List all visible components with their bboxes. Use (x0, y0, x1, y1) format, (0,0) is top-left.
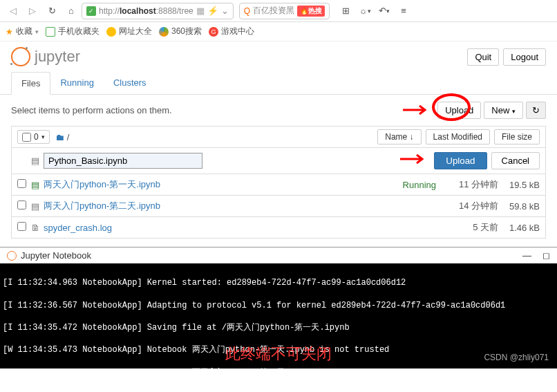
terminal-output: [I 11:32:34.963 NotebookApp] Kernel star… (0, 263, 557, 368)
search-box[interactable]: Q 百亿投资黑 🔥热搜 (239, 3, 330, 19)
annotation-arrow-2 (400, 153, 428, 165)
bookmarks-bar: ★收藏 ▾ 手机收藏夹 网址大全 360搜索 G游戏中心 (0, 22, 557, 41)
favorites-button[interactable]: ★收藏 ▾ (6, 26, 39, 37)
tab-clusters[interactable]: Clusters (104, 72, 156, 94)
file-modified: 11 分钟前 (443, 178, 498, 191)
dropdown-icon[interactable]: ⌄ (221, 6, 229, 16)
terminal-line: [I 11:32:34.963 NotebookApp] Kernel star… (3, 277, 554, 288)
jupyter-header: jupyter Quit Logout (0, 41, 557, 72)
terminal-warning: 此终端不可关闭 (225, 344, 332, 364)
file-checkbox[interactable] (17, 179, 26, 188)
tab-running[interactable]: Running (50, 72, 103, 94)
jupyter-tabs: Files Running Clusters (0, 72, 557, 95)
file-modified: 14 分钟前 (443, 200, 498, 212)
logout-button[interactable]: Logout (503, 48, 546, 66)
back-button[interactable]: ◁ (4, 3, 22, 19)
undo-icon[interactable]: ↶ ▾ (375, 3, 393, 19)
file-status: Running (403, 180, 436, 190)
watermark: CSDN @zhliy071 (484, 352, 549, 363)
file-row: ▤ 两天入门python-第一天.ipynb Running 11 分钟前 19… (11, 174, 546, 196)
notebook-icon: ▤ (31, 201, 44, 212)
search-icon: Q (244, 6, 250, 16)
browser-toolbar: ◁ ▷ ↻ ⌂ ✓ http://localhost:8888/tree ▦ ⚡… (0, 0, 557, 22)
terminal-title: Jupyter Notebook (21, 250, 91, 261)
reload-button[interactable]: ↻ (43, 3, 61, 19)
new-button[interactable]: New ▾ (484, 102, 523, 119)
brightness-icon[interactable]: ☼ ▾ (356, 3, 374, 19)
file-modified: 5 天前 (443, 221, 498, 234)
upload-button[interactable]: Upload (437, 102, 481, 119)
file-link[interactable]: spyder_crash.log (44, 223, 112, 233)
game-center[interactable]: G游戏中心 (209, 26, 254, 37)
minimize-button[interactable]: — (522, 250, 531, 261)
maximize-button[interactable]: ◻ (542, 250, 550, 261)
select-count: 0 (34, 132, 39, 142)
folder-icon[interactable]: 🖿 (55, 132, 64, 142)
apps-icon[interactable]: ⊞ (337, 3, 355, 19)
tab-files[interactable]: Files (11, 72, 50, 95)
forward-button[interactable]: ▷ (23, 3, 41, 19)
jupyter-orb-icon (7, 251, 17, 261)
list-header: 0 ▾ 🖿 / Name ↓ Last Modified File size (11, 126, 546, 148)
sort-modified[interactable]: Last Modified (426, 129, 490, 144)
upload-row: ▤ Upload Cancel (11, 148, 546, 174)
file-checkbox[interactable] (17, 200, 26, 209)
jupyter-logo-text: jupyter (35, 48, 80, 66)
terminal-line: [I 11:32:36.567 NotebookApp] Adapting to… (3, 300, 554, 311)
select-all-checkbox[interactable] (22, 133, 31, 142)
toolbar-hint: Select items to perform actions on them. (11, 105, 172, 115)
jupyter-logo[interactable]: jupyter (11, 47, 80, 66)
terminal-line: [I 11:34:35.472 NotebookApp] Saving file… (3, 322, 554, 333)
sort-arrow-icon: ↓ (410, 132, 414, 142)
file-row: 🗎 spyder_crash.log 5 天前 1.46 kB (11, 217, 546, 239)
home-button[interactable]: ⌂ (62, 3, 80, 19)
terminal-titlebar: Jupyter Notebook — ◻ (0, 247, 557, 263)
upload-filename-input[interactable] (44, 153, 202, 169)
jupyter-orb-icon (11, 47, 30, 66)
search-placeholder: 百亿投资黑 (253, 5, 294, 17)
url-text: http://localhost:8888/tree (99, 6, 193, 16)
breadcrumb[interactable]: / (67, 132, 70, 142)
file-link[interactable]: 两天入门python-第二天.ipynb (44, 200, 160, 212)
file-size: 59.8 kB (498, 201, 540, 212)
terminal-line: [W 11:35:44.947 NotebookApp] Notebook 两天… (3, 367, 554, 368)
hot-badge: 🔥热搜 (297, 6, 325, 17)
file-toolbar: Select items to perform actions on them.… (0, 95, 557, 126)
qr-icon[interactable]: ▦ (196, 6, 205, 16)
annotation-arrow-1 (403, 104, 431, 115)
site-directory[interactable]: 网址大全 (106, 26, 152, 37)
sort-name[interactable]: Name ↓ (377, 129, 421, 144)
bolt-icon[interactable]: ⚡ (207, 6, 218, 16)
search-360[interactable]: 360搜索 (159, 26, 202, 37)
file-link[interactable]: 两天入门python-第一天.ipynb (44, 178, 160, 191)
refresh-button[interactable]: ↻ (526, 102, 546, 119)
select-all[interactable]: 0 ▾ (17, 130, 50, 144)
notebook-icon: ▤ (31, 180, 44, 190)
menu-icon[interactable]: ≡ (395, 3, 413, 19)
shield-icon: ✓ (86, 6, 96, 16)
row-upload-button[interactable]: Upload (434, 152, 487, 169)
quit-button[interactable]: Quit (467, 48, 499, 66)
file-row: ▤ 两天入门python-第二天.ipynb 14 分钟前 59.8 kB (11, 196, 546, 217)
notebook-icon: ▤ (31, 156, 44, 166)
file-size: 19.5 kB (498, 180, 540, 190)
address-bar[interactable]: ✓ http://localhost:8888/tree ▦ ⚡ ⌄ (82, 3, 234, 19)
file-size: 1.46 kB (498, 223, 540, 233)
file-icon: 🗎 (31, 223, 44, 233)
file-checkbox[interactable] (17, 222, 26, 231)
mobile-favorites[interactable]: 手机收藏夹 (46, 26, 100, 37)
sort-size[interactable]: File size (494, 129, 540, 144)
row-cancel-button[interactable]: Cancel (491, 152, 540, 169)
